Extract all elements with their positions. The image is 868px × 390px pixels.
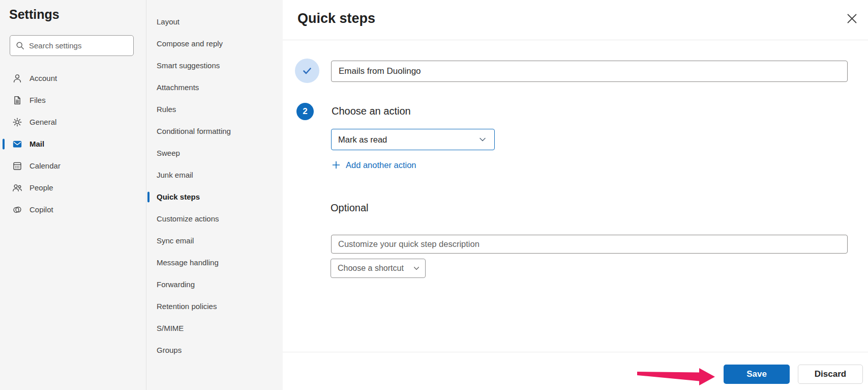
shortcut-select[interactable]: Choose a shortcut: [331, 259, 426, 278]
add-another-action-label: Add another action: [346, 160, 416, 170]
quick-step-name-input[interactable]: [331, 61, 848, 82]
sidebar-item-label: Calendar: [29, 161, 61, 170]
settings-search-box[interactable]: [10, 35, 134, 56]
panel-footer: Save Discard: [283, 352, 868, 390]
plus-icon: [332, 161, 340, 169]
sidebar-item-people[interactable]: People: [0, 177, 146, 199]
subnav-item-message-handling[interactable]: Message handling: [146, 252, 283, 273]
subnav-item-smart-suggestions[interactable]: Smart suggestions: [146, 54, 283, 76]
selection-bar: [3, 138, 5, 149]
subnav-item-forwarding[interactable]: Forwarding: [146, 273, 283, 295]
sidebar-item-label: Files: [29, 96, 46, 104]
sidebar-item-label: Account: [29, 74, 57, 82]
subnav-item-rules[interactable]: Rules: [146, 98, 283, 120]
subnav-item-customize-actions[interactable]: Customize actions: [146, 208, 283, 230]
mail-icon: [12, 139, 22, 149]
panel-header: Quick steps: [283, 0, 868, 40]
step2-number: 2: [303, 106, 307, 117]
sidebar-item-calendar[interactable]: Calendar: [0, 155, 146, 177]
discard-button[interactable]: Discard: [798, 365, 863, 384]
annotation-arrow: [633, 361, 720, 387]
subnav-item-sweep[interactable]: Sweep: [146, 142, 283, 164]
sidebar-item-files[interactable]: Files: [0, 89, 146, 111]
sidebar-item-account[interactable]: Account: [0, 67, 146, 89]
subnav-item-attachments[interactable]: Attachments: [146, 76, 283, 98]
close-icon: [846, 12, 858, 25]
add-another-action-button[interactable]: Add another action: [332, 159, 416, 171]
description-input[interactable]: [331, 235, 848, 254]
sidebar-item-copilot[interactable]: Copilot: [0, 199, 146, 220]
sidebar-item-general[interactable]: General: [0, 111, 146, 133]
subnav-item-junk-email[interactable]: Junk email: [146, 164, 283, 186]
chevron-down-icon: [478, 135, 487, 144]
search-icon: [16, 41, 24, 50]
quick-steps-panel: Quick steps 2 Choose an action Mark as r…: [283, 0, 868, 390]
choose-action-heading: Choose an action: [332, 105, 411, 117]
settings-dialog: Settings Account Files: [0, 0, 868, 390]
subnav-item-smime[interactable]: S/MIME: [146, 317, 283, 339]
action-select-value: Mark as read: [338, 135, 387, 145]
subnav-item-quick-steps[interactable]: Quick steps: [146, 186, 283, 208]
mail-settings-nav: Layout Compose and reply Smart suggestio…: [146, 0, 283, 390]
optional-heading: Optional: [331, 202, 369, 214]
people-icon: [12, 183, 22, 193]
sidebar-item-label: General: [29, 118, 56, 126]
subnav-item-retention-policies[interactable]: Retention policies: [146, 295, 283, 317]
calendar-icon: [12, 161, 22, 171]
step2-number-badge: 2: [296, 103, 314, 120]
sidebar-item-mail[interactable]: Mail: [0, 133, 146, 155]
file-icon: [12, 95, 22, 105]
chevron-down-icon: [413, 265, 420, 272]
subnav-item-compose-and-reply[interactable]: Compose and reply: [146, 33, 283, 54]
subnav-item-conditional-formatting[interactable]: Conditional formatting: [146, 120, 283, 142]
subnav-item-groups[interactable]: Groups: [146, 339, 283, 361]
gear-icon: [12, 117, 22, 127]
copilot-icon: [12, 205, 22, 215]
close-button[interactable]: [844, 11, 859, 26]
checkmark-icon: [301, 64, 314, 77]
settings-title: Settings: [9, 7, 59, 22]
sidebar-item-label: Copilot: [29, 205, 53, 214]
search-input[interactable]: [29, 41, 128, 50]
sidebar-item-label: Mail: [29, 140, 44, 148]
person-icon: [12, 73, 22, 83]
action-select[interactable]: Mark as read: [331, 129, 495, 150]
subnav-item-sync-email[interactable]: Sync email: [146, 230, 283, 252]
sidebar-nav: Account Files General: [0, 67, 146, 220]
sidebar-item-label: People: [29, 183, 53, 192]
subnav-item-layout[interactable]: Layout: [146, 11, 283, 33]
page-title: Quick steps: [297, 11, 375, 26]
shortcut-select-placeholder: Choose a shortcut: [338, 264, 404, 273]
settings-sidebar: Settings Account Files: [0, 0, 146, 390]
step1-completed-badge: [295, 59, 319, 83]
save-button[interactable]: Save: [724, 365, 790, 384]
